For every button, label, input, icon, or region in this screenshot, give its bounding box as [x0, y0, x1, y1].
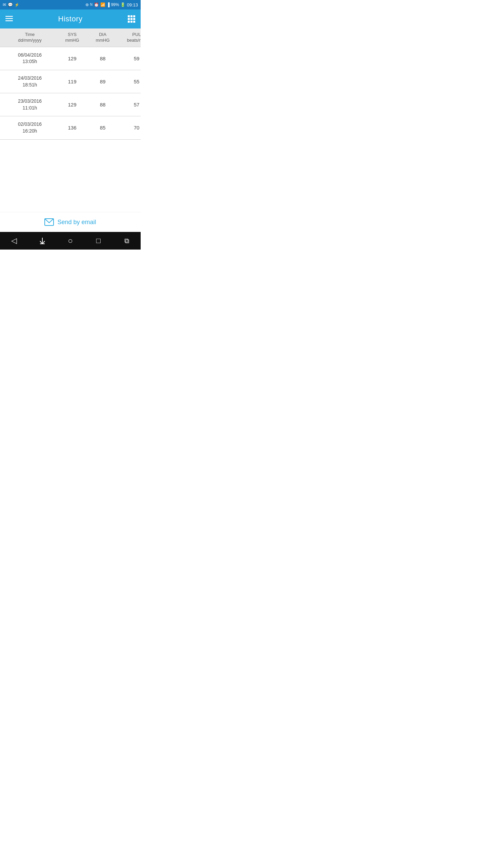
table-row[interactable]: 24/03/2016 18:51h 119 89 55: [0, 70, 141, 93]
battery-percent: 99%: [111, 3, 119, 7]
mail-status-icon: ✉: [3, 3, 6, 7]
row-1-dia: 89: [87, 79, 118, 84]
row-1-sys: 119: [57, 79, 87, 84]
history-content: 06/04/2016 13:05h 129 88 59 24/03/2016 1…: [0, 47, 141, 212]
grid-menu-button[interactable]: [128, 15, 135, 23]
row-2-dia: 88: [87, 102, 118, 107]
row-2-pul: 57: [118, 102, 141, 107]
table-row[interactable]: 06/04/2016 13:05h 129 88 59: [0, 47, 141, 70]
table-row[interactable]: 02/03/2016 16:20h 136 85 70: [0, 116, 141, 139]
hamburger-menu-button[interactable]: [5, 15, 13, 23]
battery-icon: 🔋: [120, 3, 125, 7]
send-email-button[interactable]: Send by email: [57, 219, 96, 226]
status-bar-right-icons: ⊛ N ⏰ 📶 ▐ 99% 🔋 09:13: [85, 3, 138, 7]
row-0-pul: 59: [118, 56, 141, 61]
svg-rect-1: [5, 18, 13, 19]
time-column-header: Time dd/mm/yyyy: [3, 32, 57, 43]
pul-column-header: PUL beats/min: [118, 32, 141, 43]
status-bar-left-icons: ✉ 💬 ⚡: [3, 3, 19, 7]
row-1-datetime: 24/03/2016 18:51h: [3, 75, 57, 88]
sys-column-header: SYS mmHG: [57, 32, 87, 43]
row-3-pul: 70: [118, 125, 141, 131]
down-arrow-button[interactable]: [34, 234, 51, 248]
email-icon: [44, 218, 54, 226]
row-3-dia: 85: [87, 125, 118, 131]
table-header: Time dd/mm/yyyy SYS mmHG DIA mmHG PUL be…: [0, 28, 141, 47]
row-0-datetime: 06/04/2016 13:05h: [3, 52, 57, 65]
recents-button[interactable]: [90, 234, 107, 248]
home-button[interactable]: [62, 234, 79, 248]
alarm-icon: ⏰: [94, 3, 99, 7]
navigation-bar: [0, 232, 141, 250]
send-email-section: Send by email: [0, 212, 141, 232]
screen-button[interactable]: [118, 234, 135, 248]
time-display: 09:13: [127, 3, 138, 7]
svg-rect-0: [5, 16, 13, 17]
wifi-icon: 📶: [100, 3, 105, 7]
nfc-icon: N: [90, 3, 93, 6]
row-3-datetime: 02/03/2016 16:20h: [3, 121, 57, 134]
signal-icon: ▐: [107, 3, 110, 7]
row-0-sys: 129: [57, 56, 87, 61]
dia-column-header: DIA mmHG: [87, 32, 118, 43]
bluetooth-icon: ⊛: [85, 3, 89, 7]
app-bar: History: [0, 9, 141, 28]
chat-status-icon: 💬: [8, 3, 13, 7]
page-title: History: [58, 15, 83, 23]
status-bar: ✉ 💬 ⚡ ⊛ N ⏰ 📶 ▐ 99% 🔋 09:13: [0, 0, 141, 9]
row-2-datetime: 23/03/2016 11:01h: [3, 98, 57, 111]
row-1-pul: 55: [118, 79, 141, 84]
usb-status-icon: ⚡: [15, 3, 19, 7]
row-3-sys: 136: [57, 125, 87, 131]
svg-rect-2: [5, 20, 13, 21]
back-button[interactable]: [6, 234, 23, 248]
table-row[interactable]: 23/03/2016 11:01h 129 88 57: [0, 93, 141, 116]
row-0-dia: 88: [87, 56, 118, 61]
row-2-sys: 129: [57, 102, 87, 107]
